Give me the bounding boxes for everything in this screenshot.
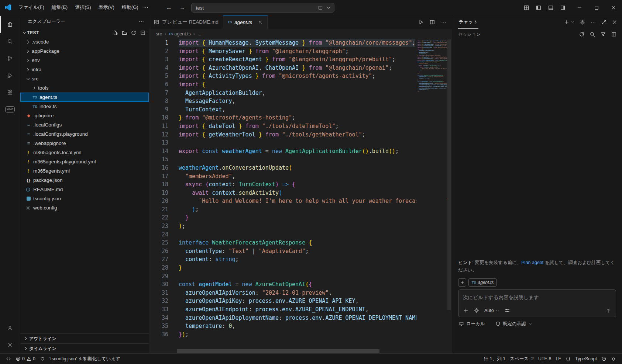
send-icon[interactable] [605,308,611,313]
tree-item[interactable]: ≡.localConfigs [20,120,149,129]
add-context-button[interactable] [458,278,466,287]
split-window-icon[interactable] [318,5,323,10]
refresh-session-icon[interactable] [579,31,585,37]
outline-section[interactable]: アウトライン [20,333,149,343]
new-folder-icon[interactable] [121,30,127,36]
new-file-icon[interactable] [112,30,118,36]
attach-context-icon[interactable] [463,308,469,313]
breadcrumb-item[interactable]: ... [197,31,201,37]
tree-item[interactable]: tsconfig.json [20,194,149,203]
vertical-scrollbar[interactable] [447,39,452,353]
language-status[interactable] [563,355,573,363]
tree-item[interactable]: README.md [20,185,149,194]
search-session-icon[interactable] [590,31,595,37]
copilot-status[interactable] [599,355,609,363]
code-area[interactable]: 1import { HumanMessage, SystemMessage } … [149,39,452,353]
menu-item[interactable]: 編集(E) [48,0,71,15]
menu-item[interactable]: 表示(V) [95,0,118,15]
chevron-down-icon[interactable] [326,5,331,10]
activity-item-explorer[interactable] [0,16,20,33]
tools-icon[interactable] [474,308,480,313]
activity-item-account[interactable] [0,319,20,336]
attached-file-chip[interactable]: TS agent.ts [468,278,497,287]
tree-item[interactable]: {}package.json [20,176,149,185]
breadcrumb-item[interactable]: src [156,31,162,37]
refresh-explorer-icon[interactable] [131,30,137,36]
command-center[interactable]: test [191,3,334,13]
toggle-panel-icon[interactable] [548,5,554,11]
editor[interactable]: 1import { HumanMessage, SystemMessage } … [149,39,452,353]
chat-settings-icon[interactable] [580,19,585,25]
explorer-more-icon[interactable] [138,19,144,25]
timeline-section[interactable]: タイムライン [20,343,149,353]
tree-item[interactable]: !m365agents.yml [20,166,149,176]
sync-indicator[interactable] [38,355,47,363]
collapse-folders-icon[interactable] [140,30,146,36]
menu-overflow-icon[interactable] [143,4,149,10]
chat-title-tab[interactable]: チャット [458,15,478,29]
activity-item-source-control[interactable] [0,50,20,67]
eol-indicator[interactable]: LF [553,355,563,363]
activity-item-search[interactable] [0,33,20,50]
tree-item[interactable]: TSagent.ts [20,93,149,102]
workspace-selector[interactable]: ローカル [459,321,485,327]
minimap[interactable]: import { HumanMessage, SystemMessage } f… [416,39,447,353]
editor-tab[interactable]: プレビュー README.md [149,15,223,29]
remote-indicator[interactable] [4,355,13,363]
approval-selector[interactable]: 既定の承認 [495,321,532,327]
tree-item[interactable]: src [20,74,149,83]
toggle-secondary-sidebar-icon[interactable] [560,5,566,11]
notifications[interactable] [609,355,618,363]
back-icon[interactable]: ← [166,4,172,11]
activity-item-settings-gear[interactable] [0,336,20,353]
toggle-primary-sidebar-icon[interactable] [536,5,542,11]
tree-item[interactable]: infra [20,65,149,74]
activity-item-extensions[interactable] [0,84,20,101]
activity-item-run-debug[interactable] [0,67,20,84]
chat-more-icon[interactable] [590,19,596,25]
tree-item[interactable]: .vscode [20,37,149,46]
editor-more-icon[interactable] [441,19,447,25]
tree-item[interactable]: TSindex.ts [20,102,149,111]
model-settings-icon[interactable] [504,308,510,313]
maximize-button[interactable] [588,0,605,15]
cursor-position[interactable]: 行 1、列 1 [482,355,508,363]
problems-indicator[interactable]: 0 0 [13,355,38,363]
maximize-chat-icon[interactable] [601,19,607,25]
tree-item[interactable]: !m365agents.local.yml [20,148,149,157]
breadcrumb-item[interactable]: TSagent.ts [169,31,191,37]
customize-layout-icon[interactable] [523,5,529,11]
run-file-icon[interactable] [418,19,424,25]
new-chat-button[interactable] [564,19,575,25]
indentation[interactable]: スペース: 2 [508,355,536,363]
menu-item[interactable]: 移動(G) [118,0,142,15]
forward-icon[interactable]: → [179,4,185,11]
tree-item[interactable]: tools [20,83,149,93]
plan-agent-link[interactable]: Plan agent [522,260,544,265]
tree-item[interactable]: web.config [20,203,149,212]
tree-item[interactable]: ◆.gitignore [20,111,149,120]
close-window-button[interactable] [605,0,622,15]
tree-item[interactable]: !m365agents.playground.yml [20,157,149,166]
mode-picker[interactable]: Auto [484,308,499,313]
filter-session-icon[interactable] [600,31,606,37]
language-mode[interactable]: TypeScript [573,355,599,363]
close-chat-icon[interactable] [612,19,618,25]
open-session-editor-icon[interactable] [611,31,617,37]
editor-tab[interactable]: TSagent.ts [223,15,268,29]
split-editor-icon[interactable] [429,19,435,25]
tree-item[interactable]: appPackage [20,46,149,56]
activity-item-m365[interactable]: M365 [0,101,20,118]
horizontal-scrollbar-thumb[interactable] [177,349,379,353]
tree-item[interactable]: env [20,56,149,65]
vertical-scrollbar-thumb[interactable] [447,39,451,310]
chat-input[interactable]: 次にビルドする内容を説明します Auto [458,290,616,317]
menu-item[interactable]: ファイル(F) [15,0,48,15]
encoding[interactable]: UTF-8 [536,355,553,363]
tree-item[interactable]: ≡.webappignore [20,139,149,148]
project-section-header[interactable]: TEST [20,28,149,37]
tab-close-icon[interactable] [258,20,263,25]
minimize-button[interactable] [571,0,588,15]
horizontal-scrollbar[interactable] [149,349,416,353]
tree-item[interactable]: ≡.localConfigs.playground [20,129,149,139]
